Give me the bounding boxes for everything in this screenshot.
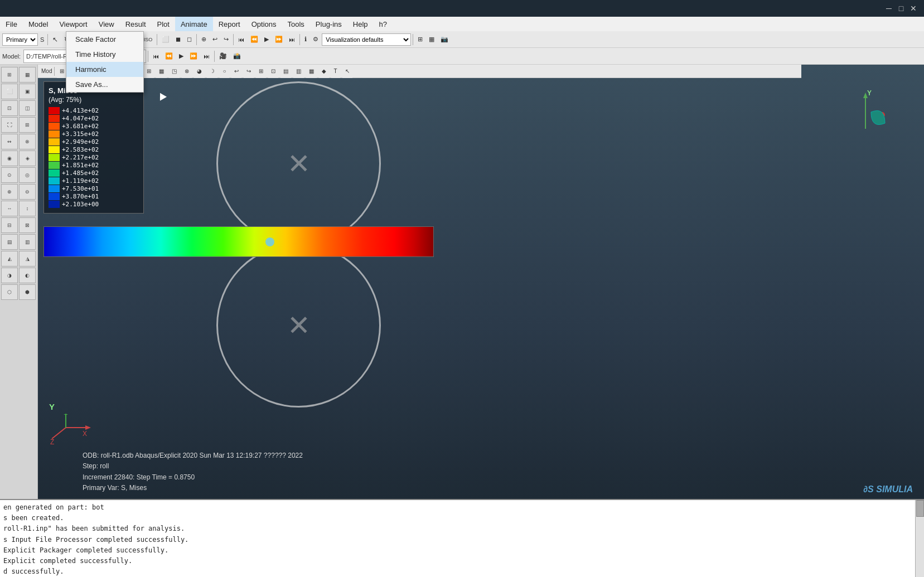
menu-help[interactable]: Help — [347, 17, 374, 31]
menu-plugins[interactable]: Plug-ins — [310, 17, 347, 31]
menu-file[interactable]: File — [0, 17, 23, 31]
sb-btn-5[interactable]: ⊡ — [1, 100, 18, 116]
filter-bar: Mod ⊞ ⊡ ↖ All ⊞ ▦ ◳ ⊗ ◕ ☽ ○ ↩ ↪ ⊞ ⊡ ▤ ▥ … — [38, 65, 801, 78]
filter-extra-btn16[interactable]: T — [331, 65, 340, 78]
sb-btn-22[interactable]: ▥ — [19, 234, 36, 250]
menu-tools[interactable]: Tools — [282, 17, 309, 31]
wireframe-btn[interactable]: ⬜ — [159, 33, 172, 46]
next-frame-btn[interactable]: ⏩ — [272, 33, 286, 46]
filter-extra-btn9[interactable]: ↪ — [244, 65, 254, 78]
filter-extra-btn17[interactable]: ↖ — [342, 65, 352, 78]
menu-plot[interactable]: Plot — [152, 17, 175, 31]
tb2-prev[interactable]: ⏪ — [162, 50, 176, 63]
shaded-btn[interactable]: ◼ — [173, 33, 183, 46]
pan-btn[interactable]: ⊕ — [199, 33, 209, 46]
tb2-last[interactable]: ⏭ — [201, 50, 212, 63]
sb-btn-6[interactable]: ◫ — [19, 100, 36, 116]
hidden-btn[interactable]: ◻ — [184, 33, 195, 46]
sb-btn-1[interactable]: ⊞ — [1, 67, 18, 83]
animate-scale-factor[interactable]: Scale Factor — [66, 32, 143, 47]
menu-result[interactable]: Result — [120, 17, 152, 31]
undo-btn[interactable]: ↩ — [210, 33, 220, 46]
filter-extra-btn12[interactable]: ▤ — [280, 65, 291, 78]
filter-extra-btn5[interactable]: ◕ — [194, 65, 205, 78]
filter-extra-btn11[interactable]: ⊡ — [268, 65, 278, 78]
shaded-icon: ◼ — [176, 36, 181, 43]
prev-frame-btn[interactable]: ⏪ — [248, 33, 261, 46]
tb2-first[interactable]: ⏮ — [150, 50, 162, 63]
sb-btn-19[interactable]: ⊟ — [1, 217, 18, 233]
sb-btn-4[interactable]: ▣ — [19, 84, 36, 99]
filter-extra-btn14[interactable]: ▦ — [306, 65, 317, 78]
animate-time-history[interactable]: Time History — [66, 47, 143, 62]
minimize-button[interactable]: ─ — [883, 2, 895, 14]
filter-extra-btn1[interactable]: ⊞ — [144, 65, 154, 78]
sb-btn-13[interactable]: ⊙ — [1, 167, 18, 183]
filter-extra-btn6[interactable]: ☽ — [207, 65, 217, 78]
sep7 — [413, 34, 413, 45]
filter-extra-btn7[interactable]: ○ — [220, 65, 229, 78]
filter-extra-btn4[interactable]: ⊗ — [182, 65, 192, 78]
menu-model[interactable]: Model — [23, 17, 54, 31]
console-scrollbar[interactable] — [915, 500, 924, 577]
snap-btn[interactable]: 📸 — [230, 50, 244, 63]
settings-btn[interactable]: ⚙ — [310, 33, 321, 46]
sb-btn-12[interactable]: ◈ — [19, 151, 36, 166]
sb-btn-15[interactable]: ⊕ — [1, 184, 18, 200]
sb-btn-17[interactable]: ↔ — [1, 201, 18, 216]
tb2-play[interactable]: ▶ — [176, 50, 186, 63]
sep3 — [157, 34, 157, 45]
filter-extra-btn8[interactable]: ↩ — [231, 65, 241, 78]
menu-options[interactable]: Options — [246, 17, 282, 31]
sb-btn-7[interactable]: ⛶ — [1, 117, 18, 133]
menu-viewport[interactable]: Viewport — [54, 17, 93, 31]
redo-btn[interactable]: ↪ — [221, 33, 231, 46]
sb-btn-3[interactable]: ⬜ — [1, 84, 18, 99]
sb-btn-14[interactable]: ◎ — [19, 167, 36, 183]
sb-btn-28[interactable]: ⬢ — [19, 284, 36, 300]
info-btn[interactable]: ℹ — [302, 33, 309, 46]
sb-icon-1: ⊞ — [7, 72, 12, 77]
sb-btn-24[interactable]: ◮ — [19, 251, 36, 266]
menu-h[interactable]: h? — [374, 17, 393, 31]
sb-btn-10[interactable]: ⊗ — [19, 134, 36, 149]
sb-btn-2[interactable]: ▦ — [19, 67, 36, 83]
restore-button[interactable]: □ — [895, 2, 907, 14]
filter-extra-btn3[interactable]: ◳ — [169, 65, 180, 78]
sb-btn-9[interactable]: ↭ — [1, 134, 18, 149]
console-line: Explicit Packager completed successfully… — [3, 545, 921, 556]
sb-btn-11[interactable]: ◉ — [1, 151, 18, 166]
filter-extra-btn13[interactable]: ▥ — [293, 65, 304, 78]
sb-btn-18[interactable]: ↕ — [19, 201, 36, 216]
camera-btn[interactable]: 📷 — [438, 33, 451, 46]
scroll-thumb[interactable] — [916, 500, 924, 517]
sb-btn-26[interactable]: ◐ — [19, 268, 36, 283]
z-axis-label: Z — [50, 438, 54, 444]
filter-extra-btn2[interactable]: ▦ — [156, 65, 167, 78]
animate-save-as[interactable]: Save As... — [66, 77, 143, 92]
sb-btn-21[interactable]: ▤ — [1, 234, 18, 250]
camera2-btn[interactable]: 🎥 — [216, 50, 230, 63]
animate-harmonic[interactable]: Harmonic — [66, 62, 143, 77]
close-button[interactable]: ✕ — [907, 2, 920, 14]
sb-btn-8[interactable]: ⊞ — [19, 117, 36, 133]
result-type-select[interactable]: Primary — [2, 33, 38, 46]
sb-btn-27[interactable]: ⬡ — [1, 284, 18, 300]
sb-btn-20[interactable]: ⊠ — [19, 217, 36, 233]
select-all-btn[interactable]: ↖ — [50, 33, 61, 46]
play-btn[interactable]: ▶ — [262, 33, 272, 46]
menu-report[interactable]: Report — [213, 17, 246, 31]
menu-animate[interactable]: Animate — [175, 17, 213, 31]
viz-defaults-select[interactable]: Visualization defaults — [322, 33, 411, 46]
filter-extra-btn15[interactable]: ◆ — [319, 65, 329, 78]
menu-view[interactable]: View — [93, 17, 120, 31]
sb-btn-23[interactable]: ◭ — [1, 251, 18, 266]
arrange-btn[interactable]: ▦ — [426, 33, 437, 46]
filter-extra-btn10[interactable]: ⊞ — [256, 65, 266, 78]
sb-btn-16[interactable]: ⊖ — [19, 184, 36, 200]
first-frame-btn[interactable]: ⏮ — [235, 33, 247, 46]
last-frame-btn[interactable]: ⏭ — [286, 33, 298, 46]
grid-btn[interactable]: ⊞ — [415, 33, 425, 46]
sb-btn-25[interactable]: ◑ — [1, 268, 18, 283]
tb2-next[interactable]: ⏩ — [187, 50, 200, 63]
